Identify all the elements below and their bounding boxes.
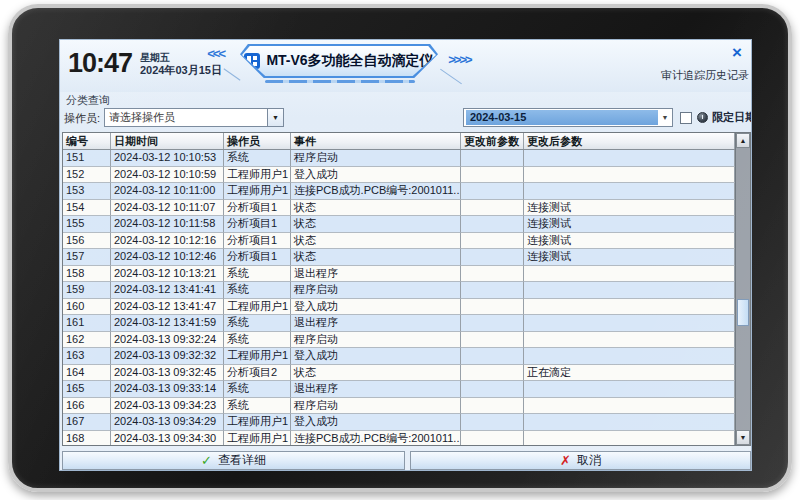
cell-datetime: 2024-03-12 10:13:21 [111, 266, 224, 283]
table-row[interactable]: 153 2024-03-12 10:11:00 工程师用户1 连接PCB成功.P… [63, 183, 735, 200]
col-header-operator[interactable]: 操作员 [224, 133, 291, 149]
col-header-datetime[interactable]: 日期时间 [111, 133, 224, 149]
cell-before [461, 216, 524, 233]
table-row[interactable]: 162 2024-03-13 09:32:24 系统 程序启动 [63, 332, 735, 349]
date-select[interactable]: 2024-03-15 ▼ [463, 108, 673, 127]
table-row[interactable]: 167 2024-03-13 09:34:29 工程师用户1 登入成功 [63, 414, 735, 431]
cell-after [524, 167, 735, 184]
table-row[interactable]: 161 2024-03-12 13:41:59 系统 退出程序 [63, 315, 735, 332]
table-row[interactable]: 166 2024-03-13 09:34:23 系统 程序启动 [63, 398, 735, 415]
table-row[interactable]: 164 2024-03-13 09:32:45 分析项目2 状态 正在滴定 [63, 365, 735, 382]
cell-id: 151 [63, 150, 111, 167]
screen: 10:47 星期五 2024年03月15日 <<< MT-V6多功能全自动滴定仪… [59, 39, 752, 471]
cell-operator: 工程师用户1 [224, 183, 291, 200]
cell-after: 正在滴定 [524, 365, 735, 382]
cell-datetime: 2024-03-12 13:41:41 [111, 282, 224, 299]
cell-id: 156 [63, 233, 111, 250]
cell-event: 状态 [291, 365, 461, 382]
cell-id: 159 [63, 282, 111, 299]
cell-after: 连接测试 [524, 216, 735, 233]
cell-operator: 分析项目1 [224, 200, 291, 217]
operator-label: 操作员: [64, 111, 100, 126]
check-icon: ✓ [201, 453, 212, 468]
scroll-down-icon[interactable]: ▼ [736, 430, 750, 445]
cell-id: 155 [63, 216, 111, 233]
operator-select-arrow-icon[interactable]: ▼ [267, 109, 283, 126]
cell-after [524, 381, 735, 398]
cell-event: 程序启动 [291, 398, 461, 415]
date-select-arrow-icon[interactable]: ▼ [658, 114, 672, 121]
cell-after [524, 299, 735, 316]
scrollbar-thumb[interactable] [737, 299, 749, 326]
table-row[interactable]: 156 2024-03-12 10:12:16 分析项目1 状态 连接测试 [63, 233, 735, 250]
cancel-label: 取消 [577, 452, 601, 469]
table-row[interactable]: 163 2024-03-13 09:32:32 工程师用户1 登入成功 [63, 348, 735, 365]
table-row[interactable]: 151 2024-03-12 10:10:53 系统 程序启动 [63, 150, 735, 167]
table-row[interactable]: 155 2024-03-12 10:11:58 分析项目1 状态 连接测试 [63, 216, 735, 233]
cell-operator: 系统 [224, 266, 291, 283]
cell-operator: 工程师用户1 [224, 414, 291, 431]
cell-id: 167 [63, 414, 111, 431]
cell-event: 程序启动 [291, 332, 461, 349]
cell-before [461, 299, 524, 316]
cell-datetime: 2024-03-12 10:10:53 [111, 150, 224, 167]
filter-row: 操作员: 请选择操作员 ▼ 2024-03-15 ▼ 限定日期 [60, 108, 752, 128]
cell-datetime: 2024-03-13 09:32:24 [111, 332, 224, 349]
cell-datetime: 2024-03-13 09:34:30 [111, 431, 224, 446]
cell-event: 连接PCB成功.PCB编号:2001011... [291, 183, 461, 200]
operator-select[interactable]: 请选择操作员 ▼ [104, 108, 284, 127]
cell-operator: 系统 [224, 332, 291, 349]
cell-before [461, 348, 524, 365]
table-row[interactable]: 152 2024-03-12 10:10:59 工程师用户1 登入成功 [63, 167, 735, 184]
vertical-scrollbar[interactable]: ▲ ▼ [735, 133, 750, 445]
cell-after [524, 150, 735, 167]
table-row[interactable]: 158 2024-03-12 10:13:21 系统 退出程序 [63, 266, 735, 283]
close-icon[interactable]: × [727, 44, 747, 62]
cell-event: 登入成功 [291, 414, 461, 431]
cell-event: 退出程序 [291, 266, 461, 283]
cell-datetime: 2024-03-12 10:10:59 [111, 167, 224, 184]
cross-icon: ✗ [560, 453, 571, 468]
col-header-event[interactable]: 事件 [291, 133, 461, 149]
date-select-value: 2024-03-15 [466, 110, 658, 125]
cell-after: 连接测试 [524, 200, 735, 217]
cell-datetime: 2024-03-12 10:11:07 [111, 200, 224, 217]
cell-operator: 工程师用户1 [224, 431, 291, 446]
cell-before [461, 233, 524, 250]
cell-before [461, 398, 524, 415]
cell-event: 状态 [291, 233, 461, 250]
table-row[interactable]: 157 2024-03-12 10:12:46 分析项目1 状态 连接测试 [63, 249, 735, 266]
scrollbar-track[interactable] [736, 148, 750, 430]
cell-after [524, 398, 735, 415]
cell-datetime: 2024-03-13 09:34:23 [111, 398, 224, 415]
table-row[interactable]: 168 2024-03-13 09:34:30 工程师用户1 连接PCB成功.P… [63, 431, 735, 446]
cell-id: 153 [63, 183, 111, 200]
col-header-id[interactable]: 编号 [63, 133, 111, 149]
audit-table: 编号 日期时间 操作员 事件 更改前参数 更改后参数 151 2024-03-1… [62, 132, 751, 446]
cell-id: 160 [63, 299, 111, 316]
cell-operator: 系统 [224, 150, 291, 167]
table-row[interactable]: 165 2024-03-13 09:33:14 系统 退出程序 [63, 381, 735, 398]
table-row[interactable]: 154 2024-03-12 10:11:07 分析项目1 状态 连接测试 [63, 200, 735, 217]
limit-date-checkbox[interactable] [680, 112, 692, 124]
cancel-button[interactable]: ✗ 取消 [410, 451, 751, 470]
table-row[interactable]: 159 2024-03-12 13:41:41 系统 程序启动 [63, 282, 735, 299]
view-detail-button[interactable]: ✓ 查看详细 [62, 451, 405, 470]
table-row[interactable]: 160 2024-03-12 13:41:47 工程师用户1 登入成功 [63, 299, 735, 316]
cell-operator: 系统 [224, 381, 291, 398]
cell-before [461, 200, 524, 217]
chevrons-right-icon: >>>> [448, 52, 470, 67]
cell-before [461, 414, 524, 431]
scroll-up-icon[interactable]: ▲ [736, 133, 750, 148]
device-bezel: 10:47 星期五 2024年03月15日 <<< MT-V6多功能全自动滴定仪… [8, 4, 792, 492]
cell-after: 连接测试 [524, 249, 735, 266]
title-banner: MT-V6多功能全自动滴定仪 [240, 44, 438, 78]
decor-line-left [224, 68, 241, 80]
cell-datetime: 2024-03-12 10:12:46 [111, 249, 224, 266]
cell-event: 程序启动 [291, 150, 461, 167]
header-bar: 10:47 星期五 2024年03月15日 <<< MT-V6多功能全自动滴定仪… [60, 40, 752, 92]
cell-before [461, 365, 524, 382]
cell-event: 退出程序 [291, 381, 461, 398]
col-header-after[interactable]: 更改后参数 [524, 133, 735, 149]
col-header-before[interactable]: 更改前参数 [461, 133, 524, 149]
